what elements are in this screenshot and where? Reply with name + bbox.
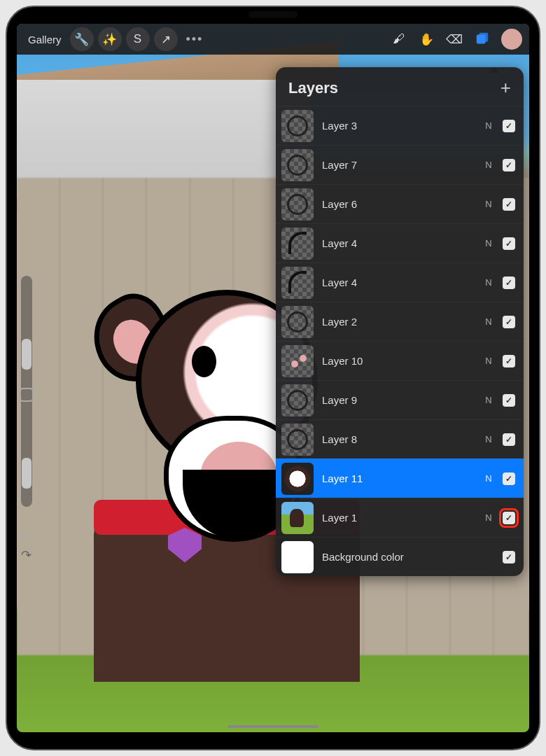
front-camera — [248, 11, 298, 18]
blend-mode[interactable]: N — [483, 316, 494, 327]
undo-button[interactable]: ↶ — [21, 528, 31, 543]
blend-mode[interactable]: N — [483, 120, 494, 131]
more-icon[interactable]: ••• — [182, 32, 208, 47]
layer-thumbnail — [281, 541, 314, 573]
transform-icon[interactable]: ↗ — [154, 27, 178, 51]
layer-row[interactable]: Layer 6 N — [276, 184, 524, 223]
layer-name: Layer 1 — [322, 512, 475, 524]
layer-row[interactable]: Layer 9 N — [276, 380, 524, 419]
visibility-checkbox[interactable] — [503, 159, 515, 172]
layer-row[interactable]: Layer 1 N — [276, 498, 524, 537]
tutorial-highlight — [499, 508, 519, 528]
color-picker[interactable] — [501, 29, 522, 50]
modify-button[interactable] — [20, 388, 34, 402]
layer-row[interactable]: Layer 10 N — [276, 341, 524, 380]
layer-name: Layer 11 — [322, 472, 475, 484]
actions-icon[interactable]: 🔧 — [70, 27, 94, 51]
visibility-checkbox[interactable] — [503, 394, 515, 407]
blend-mode[interactable]: N — [483, 277, 494, 288]
blend-mode[interactable]: N — [483, 160, 494, 170]
layer-row[interactable]: Layer 4 N — [276, 262, 524, 302]
layer-name: Layer 6 — [322, 198, 475, 210]
layer-row[interactable]: Layer 3 N — [276, 106, 524, 145]
layer-name: Layer 4 — [322, 276, 475, 288]
add-layer-button[interactable]: + — [500, 77, 511, 99]
layer-name: Background color — [322, 551, 475, 563]
slider-thumb[interactable] — [22, 339, 31, 370]
layer-thumbnail — [281, 267, 314, 299]
layer-thumbnail — [281, 345, 314, 377]
layer-thumbnail — [281, 188, 314, 220]
blend-mode[interactable]: N — [483, 356, 494, 366]
visibility-checkbox[interactable] — [503, 472, 515, 485]
layer-name: Layer 7 — [322, 159, 475, 171]
layer-thumbnail — [281, 463, 314, 495]
layer-thumbnail — [281, 227, 314, 260]
redo-button[interactable]: ↷ — [21, 547, 31, 563]
layer-row[interactable]: Layer 2 N — [276, 302, 524, 341]
layer-name: Layer 3 — [322, 120, 475, 132]
layer-name: Layer 9 — [322, 394, 475, 406]
blend-mode[interactable]: N — [483, 238, 494, 248]
blend-mode[interactable]: N — [483, 473, 494, 484]
visibility-checkbox[interactable] — [503, 551, 515, 564]
layer-thumbnail — [281, 502, 314, 534]
visibility-checkbox[interactable] — [503, 512, 515, 524]
layer-row-background[interactable]: Background color — [276, 537, 524, 576]
layer-thumbnail — [281, 384, 314, 416]
visibility-checkbox[interactable] — [503, 433, 515, 446]
eraser-icon[interactable]: ⌫ — [442, 27, 466, 51]
layer-thumbnail — [281, 306, 314, 338]
smudge-icon[interactable]: ✋ — [414, 27, 438, 51]
layer-row[interactable]: Layer 4 N — [276, 223, 524, 262]
blend-mode[interactable]: N — [483, 512, 494, 523]
gallery-button[interactable]: Gallery — [24, 34, 66, 46]
layer-thumbnail — [281, 424, 314, 456]
top-toolbar: Gallery 🔧 ✨ S ↗ ••• 🖌 ✋ ⌫ — [17, 24, 529, 55]
blend-mode[interactable]: N — [483, 395, 494, 405]
visibility-checkbox[interactable] — [503, 237, 515, 250]
layer-row[interactable]: Layer 8 N — [276, 419, 524, 458]
svg-rect-1 — [479, 33, 488, 42]
layer-row-selected[interactable]: Layer 11 N — [276, 458, 524, 498]
layer-name: Layer 8 — [322, 433, 475, 445]
layers-icon[interactable] — [470, 27, 494, 51]
layer-name: Layer 10 — [322, 355, 475, 367]
layer-name: Layer 2 — [322, 316, 475, 328]
layer-name: Layer 4 — [322, 237, 475, 249]
home-indicator[interactable] — [227, 725, 318, 728]
blend-mode[interactable]: N — [483, 434, 494, 444]
visibility-checkbox[interactable] — [503, 276, 515, 289]
layer-row[interactable]: Layer 7 N — [276, 145, 524, 184]
layer-thumbnail — [281, 110, 314, 142]
brush-icon[interactable]: 🖌 — [386, 27, 410, 51]
blend-mode[interactable]: N — [483, 199, 494, 209]
visibility-checkbox[interactable] — [503, 120, 515, 132]
layer-thumbnail — [281, 149, 314, 181]
visibility-checkbox[interactable] — [503, 355, 515, 368]
app-screen: ↶ ↷ Gallery 🔧 ✨ S ↗ ••• 🖌 ✋ ⌫ Layers + — [17, 24, 529, 732]
visibility-checkbox[interactable] — [503, 316, 515, 328]
adjustments-icon[interactable]: ✨ — [98, 27, 122, 51]
selection-icon[interactable]: S — [126, 27, 150, 51]
layers-panel: Layers + Layer 3 N Layer 7 N Layer 6 N — [276, 67, 524, 576]
slider-thumb[interactable] — [22, 458, 31, 489]
visibility-checkbox[interactable] — [503, 198, 515, 211]
panel-title: Layers — [288, 79, 338, 97]
ipad-frame: ↶ ↷ Gallery 🔧 ✨ S ↗ ••• 🖌 ✋ ⌫ Layers + — [6, 6, 540, 750]
